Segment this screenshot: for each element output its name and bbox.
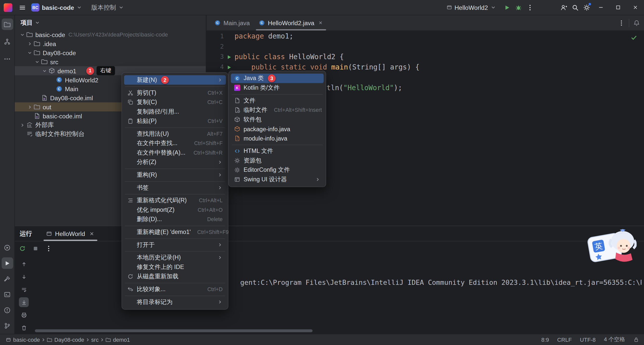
breadcrumb-item[interactable]: basic-code: [6, 336, 40, 342]
breadcrumb-item[interactable]: src: [91, 336, 99, 342]
inspections-ok-icon[interactable]: [630, 34, 637, 41]
more-tools-icon[interactable]: [2, 53, 13, 65]
context-menu-item[interactable]: 重新格式化代码(R)Ctrl+Alt+L: [124, 196, 226, 205]
context-menu-item[interactable]: 粘贴(P)Ctrl+V: [124, 116, 226, 126]
structure-tool-icon[interactable]: [2, 36, 13, 47]
context-menu-item[interactable]: 本地历史记录(H): [124, 253, 226, 262]
settings-gear-icon[interactable]: [581, 2, 592, 13]
editor-tab[interactable]: CHelloWorld2.java: [254, 15, 328, 30]
chevron-down-icon[interactable]: [26, 49, 33, 56]
context-menu-item[interactable]: 打开于: [124, 240, 226, 250]
context-menu-item[interactable]: 删除(D)...Delete: [124, 215, 226, 224]
build-tool-icon[interactable]: [2, 273, 13, 285]
new-submenu-item[interactable]: Swing UI 设计器: [231, 175, 324, 184]
code-with-me-icon[interactable]: [558, 2, 569, 13]
indent-setting[interactable]: 4 个空格: [604, 336, 625, 343]
problems-tool-icon[interactable]: [2, 304, 13, 316]
icon-slot: [127, 172, 134, 178]
print-icon[interactable]: [19, 310, 29, 320]
new-submenu-item[interactable]: 资源包: [231, 156, 324, 165]
breadcrumb-item[interactable]: Day08-code: [47, 336, 84, 342]
run-tab[interactable]: HelloWorld: [42, 226, 99, 241]
new-submenu-item[interactable]: 文件: [231, 96, 324, 105]
new-submenu-item[interactable]: KKotlin 类/文件: [231, 83, 324, 93]
context-menu-item[interactable]: 将目录标记为: [124, 297, 226, 307]
caret-position[interactable]: 8:9: [541, 336, 549, 342]
soft-wrap-icon[interactable]: [19, 285, 29, 294]
scroll-down-icon[interactable]: [19, 272, 29, 282]
vcs-widget[interactable]: 版本控制: [88, 2, 128, 13]
tree-item[interactable]: .idea: [15, 39, 206, 48]
tree-item[interactable]: Day08-code: [15, 48, 206, 57]
project-tool-icon[interactable]: [2, 18, 13, 30]
maximize-button[interactable]: [610, 0, 627, 15]
context-menu-item[interactable]: 在文件中替换(A)...Ctrl+Shift+R: [124, 148, 226, 158]
clear-console-icon[interactable]: [19, 323, 29, 333]
context-menu-item[interactable]: 复制路径/引用...: [124, 107, 226, 116]
services-tool-icon[interactable]: [2, 242, 13, 253]
line-separator[interactable]: CRLF: [557, 336, 572, 342]
search-everywhere-icon[interactable]: [569, 2, 581, 13]
chevron-down-icon[interactable]: [41, 67, 48, 74]
chevron-down-icon[interactable]: [34, 58, 40, 65]
menu-item-label: 将目录标记为: [137, 298, 173, 306]
context-menu-item[interactable]: 新建(N)2: [124, 75, 226, 85]
console-more-icon[interactable]: [45, 245, 52, 252]
breadcrumb-item[interactable]: demo1: [106, 336, 130, 342]
new-submenu-item[interactable]: 临时文件Ctrl+Alt+Shift+Insert: [231, 105, 324, 115]
rerun-icon[interactable]: [19, 245, 26, 252]
terminal-tool-icon[interactable]: [2, 289, 13, 300]
context-menu-item[interactable]: 查找用法(U)Alt+F7: [124, 129, 226, 139]
context-menu-item[interactable]: 剪切(T)Ctrl+X: [124, 88, 226, 97]
minimize-button[interactable]: [592, 0, 610, 15]
close-tab-icon[interactable]: [318, 20, 323, 25]
new-submenu-item[interactable]: 软件包: [231, 115, 324, 124]
notifications-bell-icon[interactable]: [633, 20, 640, 26]
project-panel-header[interactable]: 项目: [15, 15, 206, 30]
run-line-icon[interactable]: [224, 54, 234, 59]
context-menu-item[interactable]: 分析(Z): [124, 157, 226, 167]
main-menu-icon[interactable]: [16, 2, 28, 13]
tree-item[interactable]: basic-codeC:\Users\Y423x\IdeaProjects\ba…: [15, 30, 206, 39]
context-menu-item[interactable]: 在文件中查找...Ctrl+Shift+F: [124, 139, 226, 148]
tree-item[interactable]: src: [15, 57, 206, 66]
run-line-icon[interactable]: [224, 65, 234, 70]
project-selector[interactable]: BC basic-code: [28, 2, 86, 13]
stop-icon[interactable]: [32, 245, 39, 252]
new-submenu-item[interactable]: EditorConfig 文件: [231, 165, 324, 175]
debug-button[interactable]: [513, 2, 524, 13]
close-button[interactable]: [627, 0, 644, 15]
more-tabs-options-icon[interactable]: [618, 20, 625, 26]
lock-icon[interactable]: [633, 337, 639, 342]
context-menu-item[interactable]: 重新构建(E) 'demo1'Ctrl+Shift+F9: [124, 227, 226, 237]
run-tool-icon[interactable]: [2, 257, 13, 269]
context-menu-item[interactable]: 书签: [124, 183, 226, 193]
context-menu-item[interactable]: 从磁盘重新加载: [124, 272, 226, 281]
context-menu-item[interactable]: 复制(C)Ctrl+C: [124, 97, 226, 107]
editor-tab[interactable]: CMain.java: [210, 15, 254, 30]
code-line: 3public class HelloWorld2 {: [207, 52, 644, 62]
chevron-right-icon[interactable]: [19, 122, 25, 128]
new-submenu-item[interactable]: module-info.java: [231, 134, 324, 143]
context-menu-item[interactable]: 优化 import(Z)Ctrl+Alt+O: [124, 205, 226, 215]
context-menu-item[interactable]: 比较对象...Ctrl+D: [124, 285, 226, 294]
chevron-down-icon[interactable]: [19, 31, 25, 38]
more-actions-icon[interactable]: [524, 2, 536, 13]
close-tab-icon[interactable]: [89, 230, 95, 236]
context-menu-item[interactable]: 修复文件上的 IDE: [124, 262, 226, 272]
chevron-right-icon[interactable]: [26, 40, 33, 47]
horizontal-scrollbar[interactable]: [35, 329, 313, 332]
new-submenu-item[interactable]: HTML 文件: [231, 146, 324, 156]
run-config-selector[interactable]: HelloWorld2: [443, 2, 499, 13]
scroll-to-end-icon[interactable]: [19, 297, 29, 307]
new-submenu-item[interactable]: CJava 类3: [231, 74, 324, 83]
context-menu-item[interactable]: 重构(R): [124, 170, 226, 180]
scroll-up-icon[interactable]: [19, 259, 29, 269]
run-button[interactable]: [501, 2, 513, 13]
paste-icon: [127, 118, 134, 124]
chevron-right-icon[interactable]: [26, 104, 33, 110]
version-control-tool-icon[interactable]: [2, 320, 13, 331]
breadcrumb: basic-codeDay08-codesrcdemo1: [5, 336, 131, 342]
file-encoding[interactable]: UTF-8: [580, 336, 595, 342]
new-submenu-item[interactable]: package-info.java: [231, 124, 324, 134]
